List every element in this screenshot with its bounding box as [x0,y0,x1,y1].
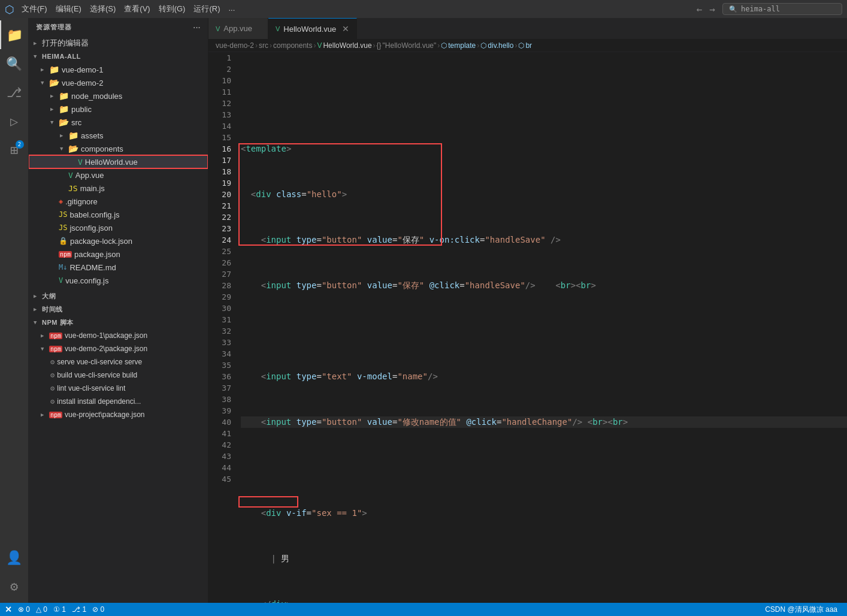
tree-item-readme[interactable]: M↓ README.md [29,261,208,274]
tree-item-vue-demo-2[interactable]: ▼ 📂 vue-demo-2 [29,76,208,89]
label-assets: assets [81,131,104,140]
breadcrumb-filename[interactable]: HelloWorld.vue [323,41,371,50]
code-line-12 [241,325,847,337]
label-readme: README.md [69,263,116,272]
tab-helloworld-label: HelloWorld.vue [283,25,336,34]
open-editors-arrow: ▶ [34,40,42,46]
titlebar: ⬡ 文件(F) 编辑(E) 选择(S) 查看(V) 转到(G) 运行(R) ..… [0,0,847,18]
sidebar-dots[interactable]: ··· [193,24,201,31]
sidebar-title: 资源管理器 [36,23,72,32]
menu-file[interactable]: 文件(F) [22,4,47,14]
npm-build-label: build vue-cli-service build [57,371,137,379]
tree-item-package-json[interactable]: npm package.json [29,247,208,261]
status-branch[interactable]: ⎇ 1 [72,605,86,614]
npm-project-1[interactable]: ▶ npm vue-demo-1\package.json [29,329,208,342]
tab-close-helloworld[interactable]: ✕ [342,24,349,34]
breadcrumb-component-name[interactable]: "HelloWorld.vue" [383,41,437,50]
status-sync[interactable]: ⊘ 0 [92,605,104,614]
code-line-11: <input type="button" value="保存" @click="… [241,280,847,291]
npm-lint[interactable]: ⚙ lint vue-cli-service lint [29,382,208,395]
editor-area: V App.vue V HelloWorld.vue ✕ vue-demo-2 … [208,18,847,603]
tab-helloworld-vue[interactable]: V HelloWorld.vue ✕ [268,18,357,39]
sidebar-header: 资源管理器 ··· [29,18,208,37]
status-errors[interactable]: ⊗ 0 [18,605,30,614]
label-helloworld-vue: HelloWorld.vue [85,158,138,167]
breadcrumb-components[interactable]: components [273,41,312,50]
code-line-10: <input type="button" value="保存" v-on:cli… [241,234,847,246]
breadcrumb-vue-demo-2[interactable]: vue-demo-2 [216,41,254,50]
npm-project-1-label: vue-demo-1\package.json [65,331,147,340]
status-warnings[interactable]: △ 0 [36,605,47,614]
section-npm[interactable]: ▼ NPM 脚本 [29,316,208,329]
label-jsconfig: jsconfig.json [69,224,113,232]
section-timeline[interactable]: ▶ 时间线 [29,303,208,316]
root-section[interactable]: ▼ HEIMA-ALL [29,50,208,63]
status-info[interactable]: ① 1 [53,605,66,614]
tab-app-vue[interactable]: V App.vue [208,18,268,39]
open-editors-section[interactable]: ▶ 打开的编辑器 [29,37,208,50]
menu-edit[interactable]: 编辑(E) [56,4,81,14]
label-vue-config: vue.config.js [65,276,108,285]
label-public: public [71,105,92,114]
activity-settings[interactable]: ⚙ [0,572,29,600]
menu-goto[interactable]: 转到(G) [159,4,186,14]
timeline-label: 时间线 [42,305,63,314]
tree-item-vue-demo-1[interactable]: ▶ 📁 vue-demo-1 [29,63,208,76]
npm-lint-label: lint vue-cli-service lint [57,384,125,392]
tree-item-jsconfig[interactable]: JS jsconfig.json [29,221,208,234]
tree-item-gitignore[interactable]: ◈ .gitignore [29,195,208,208]
npm-serve-label: serve vue-cli-service serve [57,358,142,366]
tree-item-assets[interactable]: ▶ 📁 assets [29,129,208,142]
nav-forward[interactable]: → [709,4,715,15]
breadcrumb-vue-icon: V [317,41,322,50]
breadcrumb-src[interactable]: src [259,41,268,50]
tree-item-package-lock[interactable]: 🔒 package-lock.json [29,234,208,247]
open-editors-label: 打开的编辑器 [42,38,89,49]
activity-explorer[interactable]: 📁 [0,20,29,49]
breadcrumb-div-hello[interactable]: div.hello [488,41,513,50]
tabs-bar: V App.vue V HelloWorld.vue ✕ [208,18,847,39]
activity-bar: 📁 🔍 ⎇ ▷ ⊞ 2 👤 ⚙ [0,18,29,603]
search-box[interactable]: 🔍 heima-all [722,3,842,15]
code-editor[interactable]: 1 2 10 11 12 13 14 15 16 17 18 19 20 21 … [208,52,847,603]
root-arrow: ▼ [34,53,42,59]
activity-account[interactable]: 👤 [0,543,29,572]
menu-run[interactable]: 运行(R) [193,4,220,14]
activity-debug[interactable]: ▷ [0,107,29,135]
breadcrumb-br[interactable]: br [525,41,532,50]
activity-git[interactable]: ⎇ [0,78,29,107]
breadcrumb-br-icon: ⬡ [518,41,524,50]
section-outline[interactable]: ▶ 大纲 [29,289,208,303]
tree-item-babel-config[interactable]: JS babel.config.js [29,208,208,221]
npm-serve[interactable]: ⚙ serve vue-cli-service serve [29,355,208,369]
menu-bar[interactable]: 文件(F) 编辑(E) 选择(S) 查看(V) 转到(G) 运行(R) ... [22,4,235,14]
label-package-json: package.json [74,250,120,259]
menu-view[interactable]: 查看(V) [124,4,150,14]
npm-project-2[interactable]: ▼ npm vue-demo-2\package.json [29,342,208,355]
activity-search[interactable]: 🔍 [0,49,29,78]
npm-project-3-label: vue-project\package.json [65,410,144,419]
breadcrumb-sep-5: › [437,41,440,50]
nav-back[interactable]: ← [697,4,703,15]
breadcrumb-template[interactable]: template [448,41,476,50]
npm-build[interactable]: ⚙ build vue-cli-service build [29,369,208,382]
tree-item-vue-config[interactable]: V vue.config.js [29,274,208,287]
tree-item-components[interactable]: ▼ 📂 components [29,142,208,155]
activity-extensions[interactable]: ⊞ 2 [0,135,29,164]
breadcrumb-div-icon: ⬡ [480,41,486,50]
tree-item-src[interactable]: ▼ 📂 src [29,116,208,129]
npm-project-3[interactable]: ▶ npm vue-project\package.json [29,408,208,421]
tree-item-helloworld-vue[interactable]: V HelloWorld.vue [29,155,208,168]
code-line-18: </div> [241,599,847,603]
npm-install[interactable]: ⚙ install install dependenci... [29,395,208,408]
outline-label: 大纲 [42,292,56,301]
menu-more[interactable]: ... [228,4,235,14]
status-watermark: CSDN @清风微凉 aaa [765,605,837,615]
tree-item-main-js[interactable]: JS main.js [29,182,208,195]
label-main-js: main.js [80,184,105,193]
search-icon: 🔍 [729,5,737,13]
tree-item-node-modules[interactable]: ▶ 📁 node_modules [29,89,208,102]
menu-select[interactable]: 选择(S) [90,4,116,14]
tree-item-public[interactable]: ▶ 📁 public [29,102,208,116]
tree-item-app-vue[interactable]: V App.vue [29,168,208,182]
